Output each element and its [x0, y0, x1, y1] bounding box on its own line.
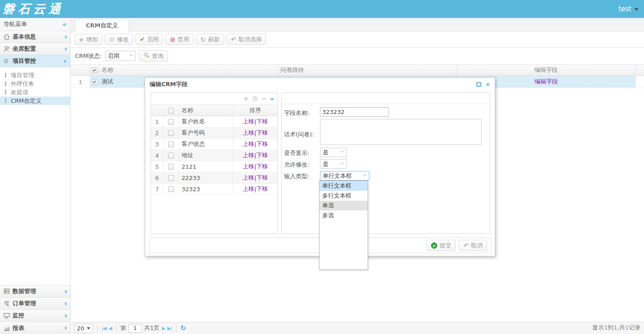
sidebar-item-welcome-message[interactable]: 欢迎语 — [0, 88, 70, 97]
sidebar-title: 导航菜单 — [4, 20, 27, 28]
add-field-icon[interactable]: + — [243, 95, 249, 103]
page-number-input[interactable] — [129, 324, 142, 333]
collapse-panel-icon[interactable]: « — [270, 95, 274, 102]
next-page-icon[interactable]: ▶ — [162, 325, 165, 331]
sidebar-item-order-management[interactable]: 订单管理 « — [0, 298, 70, 310]
field-name-input[interactable] — [320, 107, 389, 117]
header-sort[interactable]: 排序 — [233, 105, 277, 116]
dialog-title-bar[interactable]: 编辑CRM字段 ✕ — [145, 78, 495, 91]
move-up-link[interactable]: 上移 — [243, 185, 254, 193]
prev-page-icon[interactable]: ◀ — [108, 325, 111, 331]
enable-button[interactable]: ✔ 启用 — [135, 34, 163, 45]
reload-icon[interactable]: ↻ — [181, 324, 187, 332]
username-label: test — [618, 5, 631, 13]
row-checkbox[interactable] — [168, 164, 174, 170]
move-down-link[interactable]: 下移 — [256, 185, 268, 193]
gear-icon[interactable]: ⚙ — [252, 95, 258, 103]
table-row[interactable]: 6 22233 上移|下移 — [151, 172, 277, 184]
grid-header-row: ✔ 名称 问卷跳转 编辑字段 — [71, 65, 644, 76]
add-button[interactable]: + 增加 — [74, 34, 102, 45]
row-checkbox[interactable] — [168, 119, 174, 125]
modify-select[interactable]: 是 ‹ — [320, 159, 347, 169]
table-row[interactable]: 7 32323 上移|下移 — [151, 184, 277, 195]
show-select[interactable]: 是 ‹ — [320, 148, 347, 157]
close-icon[interactable]: ✕ — [485, 81, 490, 88]
bar-chart-icon — [3, 325, 10, 332]
page-size-select[interactable]: 20 — [74, 324, 93, 333]
user-icon — [3, 45, 10, 53]
table-row[interactable]: 1 客户姓名 上移|下移 — [151, 116, 277, 127]
table-row[interactable]: 4 地址 上移|下移 — [151, 150, 277, 161]
fields-table-header: 名称 排序 — [151, 105, 277, 116]
move-down-link[interactable]: 下移 — [256, 151, 268, 159]
input-type-dropdown: 单行文本框 多行文本框 单选 多选 — [319, 180, 368, 270]
tab-crm-custom[interactable]: CRM自定义 — [75, 19, 129, 32]
move-up-link[interactable]: 上移 — [243, 174, 254, 182]
table-row[interactable]: 3 客户状态 上移|下移 — [151, 139, 277, 150]
header-name[interactable]: 名称 — [179, 105, 233, 116]
cancel-button-label: 取消 — [471, 242, 483, 250]
field-name-label: 字段名称: — [284, 109, 309, 117]
header-rownum — [151, 105, 164, 116]
sidebar-item-outbound-task[interactable]: 外呼任务 — [0, 79, 70, 88]
row-checkbox[interactable] — [168, 141, 174, 147]
table-row[interactable]: 2 客户号码 上移|下移 — [151, 127, 277, 139]
script-textarea[interactable] — [320, 119, 482, 145]
move-down-link[interactable]: 下移 — [256, 118, 268, 126]
dropdown-option-multi-line[interactable]: 多行文本框 — [320, 191, 368, 201]
dropdown-option-single-choice[interactable]: 单选 — [320, 201, 368, 211]
dropdown-option-multi-choice[interactable]: 多选 — [320, 211, 368, 220]
sidebar-item-agent-config[interactable]: 坐席配置 « — [0, 43, 70, 55]
grid-header-jump[interactable]: 问卷跳转 — [279, 65, 457, 75]
modify-button[interactable]: ⚙ 修改 — [105, 34, 133, 45]
move-down-link[interactable]: 下移 — [256, 140, 268, 148]
refresh-button[interactable]: ↻ 刷新 — [196, 34, 224, 45]
submit-button[interactable]: ✔ 提交 — [426, 240, 456, 251]
row-checkbox[interactable] — [168, 175, 174, 181]
search-button[interactable]: 查询 — [139, 50, 168, 62]
move-up-link[interactable]: 上移 — [243, 140, 254, 148]
move-up-link[interactable]: 上移 — [243, 129, 254, 137]
grid-header-edit[interactable]: 编辑字段 — [457, 65, 636, 75]
select-all-checkbox[interactable] — [168, 108, 174, 114]
move-down-link[interactable]: 下移 — [256, 174, 268, 182]
move-down-link[interactable]: 下移 — [256, 129, 268, 137]
table-row[interactable]: 5 2121 上移|下移 — [151, 161, 277, 172]
first-page-icon[interactable]: |◀ — [102, 325, 106, 331]
sidebar-item-data-management[interactable]: 数据管理 « — [0, 286, 70, 298]
row-number: 3 — [151, 139, 164, 149]
sidebar-item-project-management[interactable]: 项目管理 — [0, 71, 70, 79]
cancel-button[interactable]: ↶ 取消 — [459, 240, 487, 251]
move-down-link[interactable]: 下移 — [256, 163, 268, 171]
field-name: 22233 — [179, 172, 233, 183]
status-text: 显示1到1,共1记录 — [592, 324, 640, 332]
sidebar-item-reports[interactable]: 报表 « — [0, 322, 70, 334]
edit-fields-link[interactable]: 编辑字段 — [535, 78, 558, 86]
sidebar-item-monitor[interactable]: 监控 « — [0, 310, 70, 322]
grid-header-name[interactable]: 名称 — [100, 65, 279, 75]
select-all-checkbox[interactable]: ✔ — [92, 67, 98, 73]
modify-button-label: 修改 — [117, 35, 129, 44]
row-checkbox[interactable]: ✔ — [92, 79, 98, 85]
sidebar-item-project-control[interactable]: ⚙ 项目管控 « — [0, 55, 70, 67]
dropdown-option-single-line[interactable]: 单行文本框 — [320, 181, 368, 191]
section-label: 基本信息 — [13, 33, 36, 41]
move-up-link[interactable]: 上移 — [243, 163, 254, 171]
maximize-icon[interactable] — [476, 82, 481, 87]
remove-field-icon[interactable]: − — [261, 95, 267, 103]
move-up-link[interactable]: 上移 — [243, 118, 254, 126]
user-menu[interactable]: test — [618, 0, 639, 18]
last-page-icon[interactable]: ▶| — [167, 325, 172, 331]
crm-status-select[interactable]: 启用 ‹ — [105, 51, 136, 61]
row-checkbox[interactable] — [168, 153, 174, 158]
row-checkbox[interactable] — [168, 186, 174, 192]
sidebar-item-basic-info[interactable]: 基本信息 « — [0, 31, 70, 43]
disable-button[interactable]: ⊘ 禁用 — [165, 34, 194, 45]
row-checkbox[interactable] — [168, 130, 174, 136]
input-type-select[interactable]: 单行文本框 ‹ — [320, 171, 369, 180]
cancel-selection-button[interactable]: ↶ 取消选择 — [227, 34, 266, 45]
sidebar-collapse-icon[interactable]: « — [62, 21, 67, 28]
sidebar-item-crm-custom[interactable]: CRM自定义 — [0, 97, 70, 105]
undo-icon: ↶ — [231, 36, 236, 43]
move-up-link[interactable]: 上移 — [243, 151, 254, 159]
